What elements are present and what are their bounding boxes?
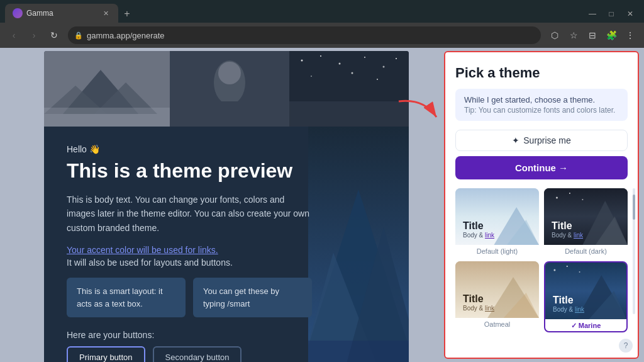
extension-button[interactable]: 🧩 [602,26,620,44]
theme-hello: Hello 👋 [67,144,312,154]
marine-card-content: Title Body & link [553,295,584,313]
theme-body: This is body text. You can change your f… [67,193,312,235]
browser-chrome: Gamma ✕ + — □ ✕ ‹ › ↻ 🔒 gamma.app/genera… [0,0,644,48]
svg-point-14 [364,57,365,58]
hint-main-text: While I get started, choose a theme. [464,95,619,105]
svg-point-15 [383,66,385,68]
theme-panel: Pick a theme While I get started, choose… [444,51,639,359]
svg-point-12 [320,55,321,57]
theme-grid: Title Body & link Default (light) [455,188,628,332]
help-button[interactable]: ? [619,339,633,353]
dark-card-content: Title Body & link [552,220,583,239]
new-tab-button[interactable]: + [118,5,136,23]
light-card-content: Title Body & link [463,220,494,239]
svg-point-42 [567,266,568,267]
cast-button[interactable]: ⬡ [546,26,564,44]
svg-point-19 [377,79,378,80]
scrollbar-track [633,188,635,314]
back-button[interactable]: ‹ [5,26,23,44]
tab-close-button[interactable]: ✕ [101,8,111,18]
theme-item-default-dark[interactable]: Title Body & link Default (dark) [544,188,628,256]
arrow-icon [392,95,443,133]
svg-point-16 [396,58,397,59]
continue-button[interactable]: Continue → [455,156,628,179]
nav-actions: ⬡ ☆ ⊟ 🧩 ⋮ [546,26,639,44]
tab-bar: Gamma ✕ + — □ ✕ [0,0,644,23]
theme-title: This is a theme preview [67,159,312,183]
address-bar[interactable]: 🔒 gamma.app/generate [68,26,541,44]
svg-point-9 [218,62,241,84]
preview-top-images [44,51,409,127]
stars-image [289,51,409,127]
svg-rect-5 [44,108,170,127]
lock-icon: 🔒 [74,31,83,40]
tab-favicon [13,8,23,18]
scrollbar-thumb[interactable] [633,195,635,220]
oatmeal-theme-label: Oatmeal [455,318,539,329]
primary-button[interactable]: Primary button [67,346,145,362]
surprise-label: Surprise me [523,135,570,145]
nav-bar: ‹ › ↻ 🔒 gamma.app/generate ⬡ ☆ ⊟ 🧩 ⋮ [0,23,644,48]
svg-point-32 [556,197,558,199]
active-tab[interactable]: Gamma ✕ [5,4,118,23]
preview-area: Hello 👋 This is a theme preview This is … [0,48,444,362]
mountain-illustration [308,127,409,362]
arrow-annotation [392,95,443,135]
theme-card-marine: Title Body & link [545,263,626,319]
content-area: Hello 👋 This is a theme preview This is … [0,48,644,362]
smart-box-2: You can get these by typing /smart [193,278,312,317]
secondary-button[interactable]: Secondary button [153,346,242,362]
panel-title: Pick a theme [455,65,628,81]
marine-theme-label: ✓ Marine [545,319,626,331]
panel-hint: While I get started, choose a theme. Tip… [455,89,628,121]
profile-button[interactable]: ⊟ [584,26,601,44]
smart-boxes: This is a smart layout: it acts as a tex… [67,278,312,317]
svg-rect-20 [289,101,409,127]
theme-buttons: Primary button Secondary button [67,346,312,362]
theme-card-content: Hello 👋 This is a theme preview This is … [67,144,312,362]
svg-rect-8 [214,101,245,127]
mountain-image [44,51,170,127]
theme-link-sub: It will also be used for layouts and but… [67,257,312,268]
theme-item-oatmeal[interactable]: Title Body & link Oatmeal [455,261,539,332]
url-display: gamma.app/generate [87,31,535,40]
svg-point-34 [582,199,583,200]
surprise-button[interactable]: ✦ Surprise me [455,130,628,151]
theme-card-light: Title Body & link [455,188,539,245]
svg-point-33 [569,193,570,194]
svg-point-43 [579,271,580,273]
forward-button[interactable]: › [25,26,43,44]
theme-preview-card: Hello 👋 This is a theme preview This is … [44,127,409,362]
maximize-button[interactable]: □ [602,5,620,23]
continue-label: Continue → [515,162,568,173]
refresh-button[interactable]: ↻ [45,26,63,44]
svg-point-41 [553,269,555,271]
window-controls: — □ ✕ [584,5,639,23]
svg-rect-25 [308,341,409,362]
theme-item-marine[interactable]: Title Body & link ✓ Marine [544,261,628,332]
tab-title: Gamma [26,9,97,18]
close-button[interactable]: ✕ [621,5,639,23]
theme-item-default-light[interactable]: Title Body & link Default (light) [455,188,539,256]
person-image [170,51,289,127]
hint-sub-text: Tip: You can customize fonts and colors … [464,106,619,115]
minimize-button[interactable]: — [584,5,601,23]
smart-box-1: This is a smart layout: it acts as a tex… [67,278,186,317]
bookmark-button[interactable]: ☆ [565,26,582,44]
svg-point-18 [352,72,353,74]
svg-point-13 [339,63,341,65]
menu-button[interactable]: ⋮ [621,26,639,44]
theme-link[interactable]: Your accent color will be used for links… [67,245,312,255]
theme-card-oatmeal: Title Body & link [455,261,539,318]
buttons-label: Here are your buttons: [67,330,312,340]
theme-card-dark: Title Body & link [544,188,628,245]
svg-point-17 [311,76,312,77]
oatmeal-card-content: Title Body & link [463,293,494,312]
sparkle-icon: ✦ [512,135,519,145]
svg-point-11 [301,60,303,62]
dark-theme-label: Default (dark) [544,245,628,256]
light-theme-label: Default (light) [455,245,539,256]
